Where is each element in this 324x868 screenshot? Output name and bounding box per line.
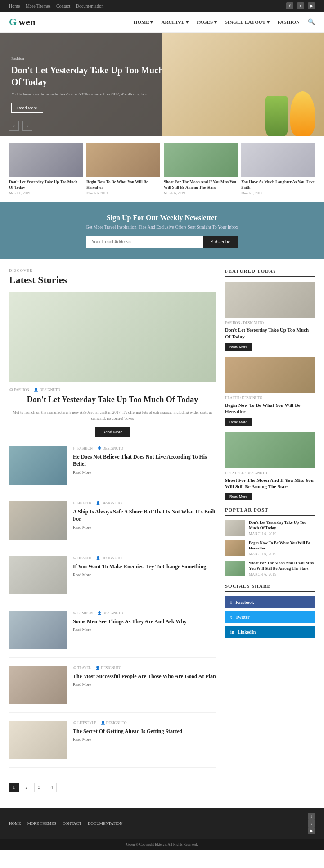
- popular-item-title-1: Begin Now To Be What You Will Be Hereaft…: [249, 540, 315, 551]
- footer-copyright: Gwen © Copyright Bkteiya. All Rights Res…: [0, 839, 324, 850]
- thumb-item-2: Shoot For The Moon And If You Miss You W…: [164, 143, 238, 195]
- hero-description: Met to launch on the manufacturer's new …: [11, 91, 167, 98]
- facebook-share-button[interactable]: f Facebook: [225, 596, 315, 608]
- popular-text-2: Shoot For The Moon And If You Miss You W…: [249, 561, 315, 576]
- thumb-date-3: March 6, 2019: [241, 191, 315, 195]
- socials-label: SOCIALS SHARE: [225, 583, 315, 592]
- article-readmore-4[interactable]: Read More: [73, 682, 216, 687]
- site-logo[interactable]: Gwen: [9, 16, 36, 28]
- newsletter-form: Subscribe: [9, 236, 315, 248]
- footer-home[interactable]: HOME: [9, 821, 21, 826]
- article-title-3: Some Men See Things As They Are And Ask …: [73, 618, 216, 625]
- nav-home[interactable]: HOME ▾: [134, 19, 153, 25]
- featured-article: 🏷 FASHION 👤 DESIGNUTO Don't Let Yesterda…: [9, 292, 216, 437]
- page-1[interactable]: 1: [9, 783, 19, 792]
- sidebar-readmore-2[interactable]: Read More: [225, 493, 252, 500]
- footer-youtube-icon[interactable]: ▶: [308, 827, 315, 834]
- hero-image-main: [162, 33, 324, 136]
- article-content-2: 🏷 HEALTH 👤 DESIGNUTO If You Want To Make…: [73, 556, 216, 594]
- content-right-sidebar: FEATURED TODAY FASHION / DESIGNUTO Don't…: [225, 268, 315, 799]
- footer-more-themes[interactable]: MORE THEMES: [27, 821, 56, 826]
- article-meta-2: 🏷 HEALTH 👤 DESIGNUTO: [73, 556, 216, 560]
- featured-article-meta: 🏷 FASHION 👤 DESIGNUTO: [9, 388, 216, 392]
- thumb-image-1: [86, 143, 160, 177]
- popular-item-2: Shoot For The Moon And If You Miss You W…: [225, 561, 315, 576]
- article-title-0: He Does Not Believe That Does Not Live A…: [73, 453, 216, 468]
- nav-fashion[interactable]: FASHION: [278, 19, 300, 25]
- hero-slider: Fashion Don't Let Yesterday Take Up Too …: [0, 33, 324, 136]
- article-cat-2: 🏷 HEALTH: [73, 556, 91, 560]
- article-meta-5: 🏷 LIFESTYLE 👤 DESIGNUTO: [73, 721, 216, 725]
- twitter-share-button[interactable]: t Twitter: [225, 611, 315, 623]
- sidebar-card-title-2: Shoot For The Moon And If You Miss You W…: [225, 477, 315, 490]
- article-meta-1: 🏷 HEALTH 👤 DESIGNUTO: [73, 501, 216, 505]
- hero-read-more-button[interactable]: Read More: [11, 103, 43, 113]
- article-readmore-3[interactable]: Read More: [73, 627, 216, 632]
- article-readmore-1[interactable]: Read More: [73, 525, 216, 530]
- article-readmore-0[interactable]: Read More: [73, 470, 216, 475]
- linkedin-share-button[interactable]: in LinkedIn: [225, 626, 315, 638]
- article-content-1: 🏷 HEALTH 👤 DESIGNUTO A Ship Is Always Sa…: [73, 501, 216, 540]
- site-header: Gwen HOME ▾ ARCHIVE ▾ PAGES ▾ SINGLE LAY…: [0, 12, 324, 33]
- popular-item-0: Don't Let Yesterday Take Up Too Much Of …: [225, 520, 315, 536]
- page-4[interactable]: 4: [47, 783, 57, 792]
- newsletter-email-input[interactable]: [86, 236, 203, 248]
- footer-documentation[interactable]: DOCUMENTATION: [88, 821, 122, 826]
- thumb-item-0: Don't Let Yesterday Take Up Too Much Of …: [9, 143, 83, 195]
- youtube-topbar-icon[interactable]: ▶: [308, 2, 315, 9]
- article-thumb-0: [9, 446, 68, 485]
- facebook-topbar-icon[interactable]: f: [286, 2, 293, 9]
- sidebar-card-meta-1: HEALTH / DESIGNUTO: [225, 396, 315, 400]
- prev-arrow-button[interactable]: ‹: [9, 121, 19, 131]
- nav-archive[interactable]: ARCHIVE ▾: [161, 19, 189, 25]
- topbar-home[interactable]: Home: [9, 4, 20, 9]
- article-thumb-2: [9, 556, 68, 594]
- page-2[interactable]: 2: [22, 783, 32, 792]
- newsletter-subscribe-button[interactable]: Subscribe: [203, 236, 238, 248]
- article-cat-1: 🏷 HEALTH: [73, 501, 91, 505]
- popular-item-date-1: MARCH 6, 2019: [249, 552, 315, 556]
- featured-read-more-button[interactable]: Read More: [95, 427, 130, 437]
- article-readmore-2[interactable]: Read More: [73, 572, 216, 577]
- thumb-title-3: You Have As Much Laughter As You Have Fa…: [241, 180, 315, 190]
- article-author-1: 👤 DESIGNUTO: [96, 501, 122, 505]
- article-author-5: 👤 DESIGNUTO: [101, 721, 127, 725]
- footer-contact[interactable]: CONTACT: [63, 821, 81, 826]
- search-icon[interactable]: 🔍: [308, 18, 315, 26]
- thumb-date-2: March 6, 2019: [164, 191, 238, 195]
- footer-facebook-icon[interactable]: f: [308, 813, 315, 820]
- article-content-4: 🏷 TRAVEL 👤 DESIGNUTO The Most Successful…: [73, 666, 216, 704]
- nav-pages[interactable]: PAGES ▾: [197, 19, 217, 25]
- next-arrow-button[interactable]: ›: [22, 121, 32, 131]
- footer-twitter-icon[interactable]: t: [308, 820, 315, 827]
- featured-article-desc: Met to launch on the manufacturer's new …: [9, 409, 216, 422]
- sidebar-readmore-0[interactable]: Read More: [225, 343, 252, 351]
- topbar-documentation[interactable]: Documentation: [76, 4, 104, 9]
- featured-article-image: [9, 292, 216, 382]
- newsletter-title: Sign Up For Our Weekly Newsletter: [9, 214, 315, 222]
- footer-nav-links: HOME MORE THEMES CONTACT DOCUMENTATION: [9, 821, 128, 826]
- topbar-more-themes[interactable]: More Themes: [26, 4, 51, 9]
- hero-title: Don't Let Yesterday Take Up Too Much Of …: [11, 64, 167, 88]
- popular-post-label: POPULAR POST: [225, 507, 315, 516]
- article-item-5: 🏷 LIFESTYLE 👤 DESIGNUTO The Secret Of Ge…: [9, 721, 216, 768]
- sidebar-card-image-2: [225, 432, 315, 468]
- popular-thumb-2: [225, 561, 245, 576]
- article-readmore-5[interactable]: Read More: [73, 737, 216, 742]
- page-3[interactable]: 3: [34, 783, 44, 792]
- hero-images: [162, 33, 324, 136]
- sidebar-card-image-0: [225, 282, 315, 318]
- sidebar-card-image-1: [225, 357, 315, 393]
- article-author-4: 👤 DESIGNUTO: [95, 666, 122, 670]
- nav-single-layout[interactable]: SINGLE LAYOUT ▾: [225, 19, 270, 25]
- hero-category: Fashion: [11, 56, 167, 61]
- newsletter-section: Sign Up For Our Weekly Newsletter Get Mo…: [0, 202, 324, 259]
- sidebar-readmore-1[interactable]: Read More: [225, 418, 252, 426]
- twitter-topbar-icon[interactable]: t: [297, 2, 304, 9]
- article-author-0: 👤 DESIGNUTO: [97, 446, 123, 450]
- linkedin-share-label: LinkedIn: [238, 630, 256, 634]
- thumb-title-1: Begin Now To Be What You Will Be Hereaft…: [86, 180, 160, 190]
- topbar-contact[interactable]: Contact: [56, 4, 70, 9]
- topbar-nav: Home More Themes Contact Documentation: [9, 4, 108, 9]
- sidebar-card-meta-0: FASHION / DESIGNUTO: [225, 321, 315, 325]
